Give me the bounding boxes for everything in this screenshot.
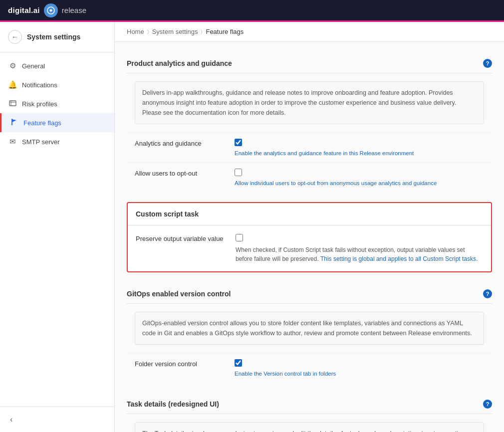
release-icon [44, 3, 58, 17]
analytics-guidance-label: Analytics and guidance [135, 139, 235, 147]
risk-icon [8, 99, 17, 108]
preserve-output-control: When checked, if Custom Script task fail… [236, 234, 483, 263]
allow-optout-checkbox[interactable] [235, 169, 242, 176]
task-details-help-icon[interactable]: ? [483, 400, 492, 409]
bell-icon: 🔔 [8, 80, 17, 89]
analytics-guidance-checkbox[interactable] [235, 139, 242, 146]
folder-version-label: Folder version control [135, 359, 235, 368]
gitops-help-icon[interactable]: ? [483, 289, 492, 298]
gitops-title: GitOps enabled version control [127, 290, 231, 298]
folder-version-hint: Enable the Version control tab in folder… [235, 371, 484, 377]
preserve-output-hint-link: This setting is global and applies to al… [320, 255, 478, 262]
allow-optout-label: Allow users to opt-out [135, 169, 235, 177]
sidebar-item-label: General [22, 62, 45, 70]
svg-rect-1 [9, 101, 16, 106]
back-button[interactable]: ← [8, 30, 22, 44]
gitops-description: GitOps-enabled version control allows yo… [135, 312, 484, 345]
task-details-section: Task details (redesigned UI) ? The Task … [127, 393, 492, 432]
collapse-button[interactable]: ‹ [8, 413, 14, 426]
breadcrumb-current: Feature flags [206, 28, 244, 35]
sidebar-item-label: Notifications [22, 81, 57, 89]
content-area: Product analytics and guidance ? Deliver… [115, 42, 504, 432]
breadcrumb-sep-2: 〉 [201, 28, 203, 35]
breadcrumb-home[interactable]: Home [127, 28, 144, 35]
folder-version-control: Enable the Version control tab in folder… [235, 359, 484, 377]
sidebar-item-risk-profiles[interactable]: Risk profiles [0, 94, 114, 113]
allow-optout-hint: Allow individual users to opt-out from a… [235, 180, 484, 186]
breadcrumb: Home 〉 System settings 〉 Feature flags [115, 22, 504, 42]
sidebar: ← System settings ⚙ General 🔔 Notificati… [0, 22, 115, 432]
sidebar-header: ← System settings [0, 22, 114, 52]
flag-icon [9, 118, 18, 127]
folder-version-checkbox[interactable] [235, 359, 242, 367]
sidebar-item-notifications[interactable]: 🔔 Notifications [0, 75, 114, 94]
analytics-guidance-hint: Enable the analytics and guidance featur… [235, 150, 484, 156]
product-analytics-description: Delivers in-app walkthroughs, guidance a… [135, 81, 484, 124]
analytics-guidance-row: Analytics and guidance Enable the analyt… [127, 132, 492, 162]
sidebar-collapse: ‹ [0, 407, 114, 432]
allow-optout-control: Allow individual users to opt-out from a… [235, 169, 484, 186]
sidebar-item-label: Risk profiles [22, 100, 57, 108]
sidebar-item-general[interactable]: ⚙ General [0, 56, 114, 75]
folder-version-control-row: Folder version control Enable the Versio… [127, 353, 492, 383]
custom-script-title: Custom script task [136, 210, 199, 218]
sidebar-item-smtp[interactable]: ✉ SMTP server [0, 132, 114, 151]
preserve-output-hint: When checked, if Custom Script task fail… [236, 245, 483, 263]
sidebar-title: System settings [27, 33, 80, 41]
breadcrumb-sep-1: 〉 [147, 28, 149, 35]
top-bar: digital.ai release [0, 0, 504, 22]
preserve-output-label: Preserve output variable value [136, 234, 236, 242]
logo-area: digital.ai release [8, 3, 86, 17]
sidebar-item-feature-flags[interactable]: Feature flags [0, 113, 114, 132]
product-analytics-section: Product analytics and guidance ? Deliver… [127, 52, 492, 192]
sidebar-item-label: Feature flags [23, 119, 61, 127]
task-details-title: Task details (redesigned UI) [127, 400, 219, 408]
breadcrumb-system-settings[interactable]: System settings [152, 28, 198, 35]
allow-optout-row: Allow users to opt-out Allow individual … [127, 162, 492, 192]
sidebar-item-label: SMTP server [22, 138, 60, 146]
preserve-output-checkbox[interactable] [236, 234, 243, 241]
product-analytics-title: Product analytics and guidance [127, 59, 232, 67]
task-details-description: The Task details view has a new design t… [135, 422, 484, 432]
gear-icon: ⚙ [8, 61, 17, 70]
release-label: release [62, 6, 86, 14]
sidebar-nav: ⚙ General 🔔 Notifications Risk profiles [0, 52, 114, 407]
gitops-section: GitOps enabled version control ? GitOps-… [127, 282, 492, 383]
logo-text: digital.ai [8, 6, 40, 14]
analytics-guidance-control: Enable the analytics and guidance featur… [235, 139, 484, 156]
preserve-output-row: Preserve output variable value When chec… [128, 225, 491, 271]
custom-script-section: Custom script task Preserve output varia… [127, 202, 492, 272]
product-analytics-help-icon[interactable]: ? [483, 59, 492, 68]
envelope-icon: ✉ [8, 137, 17, 146]
main-content: Home 〉 System settings 〉 Feature flags P… [115, 22, 504, 432]
